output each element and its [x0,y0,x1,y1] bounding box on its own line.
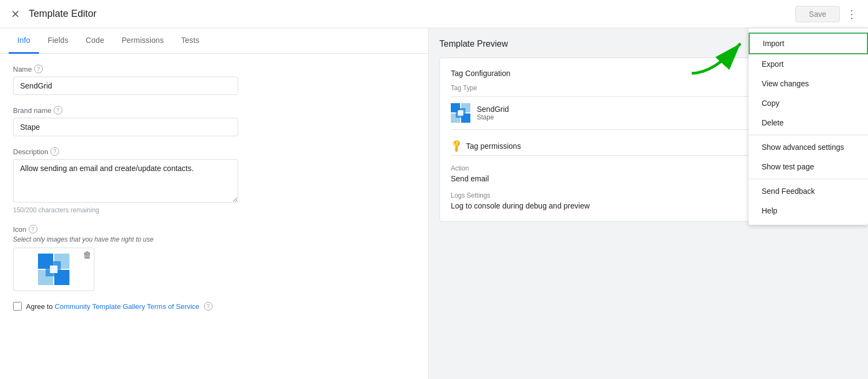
tab-info[interactable]: Info [9,28,39,54]
more-menu-button[interactable]: ⋮ [844,5,859,23]
agree-checkbox[interactable] [13,302,22,311]
export-menu-item[interactable]: Export [749,54,868,74]
description-label: Description ? [13,147,415,156]
help-menu-item[interactable]: Help [749,201,868,220]
tab-code[interactable]: Code [77,28,113,54]
icon-help-icon[interactable]: ? [29,225,37,233]
icon-section: Icon ? Select only images that you have … [13,225,415,291]
tab-tests[interactable]: Tests [173,28,208,54]
agree-row: Agree to Community Template Gallery Term… [13,302,415,311]
tag-icon-small [451,103,470,123]
tab-fields[interactable]: Fields [39,28,77,54]
permissions-text: Tag permissions [466,142,521,150]
svg-rect-11 [458,110,463,116]
terms-help-icon[interactable]: ? [204,302,213,311]
brand-label: Brand name ? [13,106,415,115]
svg-rect-5 [50,266,58,273]
name-field: Name ? [13,65,415,95]
tag-name: SendGrid [477,105,509,113]
tag-info: SendGrid Stape [477,105,509,121]
tab-permissions[interactable]: Permissions [113,28,173,54]
description-input[interactable]: Allow sending an email and create/update… [13,159,238,203]
copy-menu-item[interactable]: Copy [749,93,868,113]
test-page-menu-item[interactable]: Show test page [749,157,868,176]
top-header: ✕ Template Editor Save ⋮ [0,0,868,28]
left-panel: Info Fields Code Permissions Tests Name … [0,28,429,379]
dropdown-menu: Import Export View changes Copy Delete S… [749,28,868,225]
icon-container: 🗑 [13,248,94,291]
form-content: Name ? Brand name ? Descriptio [0,54,428,379]
header-left: ✕ Template Editor [9,5,97,23]
app-title: Template Editor [29,8,97,20]
dropdown-divider-1 [749,135,868,135]
header-right: Save ⋮ [795,5,859,23]
delete-menu-item[interactable]: Delete [749,113,868,132]
icon-note: Select only images that you have the rig… [13,236,415,243]
tag-type-icon [451,103,470,123]
brand-help-icon[interactable]: ? [54,106,62,115]
description-field: Description ? Allow sending an email and… [13,147,415,214]
description-help-icon[interactable]: ? [50,147,59,156]
import-menu-item[interactable]: Import [749,33,868,54]
char-count: 150/200 characters remaining [13,206,415,214]
delete-icon-button[interactable]: 🗑 [83,250,92,260]
view-changes-menu-item[interactable]: View changes [749,74,868,93]
advanced-settings-menu-item[interactable]: Show advanced settings [749,137,868,157]
icon-label: Icon ? [13,225,415,233]
save-button[interactable]: Save [795,6,840,22]
main-content: Info Fields Code Permissions Tests Name … [0,28,868,379]
terms-link[interactable]: Community Template Gallery Terms of Serv… [55,302,200,311]
close-button[interactable]: ✕ [9,5,22,23]
key-icon: 🔑 [449,138,464,154]
dropdown-divider-2 [749,179,868,179]
feedback-menu-item[interactable]: Send Feedback [749,181,868,201]
name-input[interactable] [13,77,238,95]
name-help-icon[interactable]: ? [34,65,43,73]
name-label: Name ? [13,65,415,73]
tabs: Info Fields Code Permissions Tests [0,28,428,54]
agree-text: Agree to Community Template Gallery Term… [26,302,200,311]
sendgrid-icon-preview [38,254,69,285]
tag-brand: Stape [477,113,509,121]
brand-input[interactable] [13,118,238,136]
brand-field: Brand name ? [13,106,415,136]
